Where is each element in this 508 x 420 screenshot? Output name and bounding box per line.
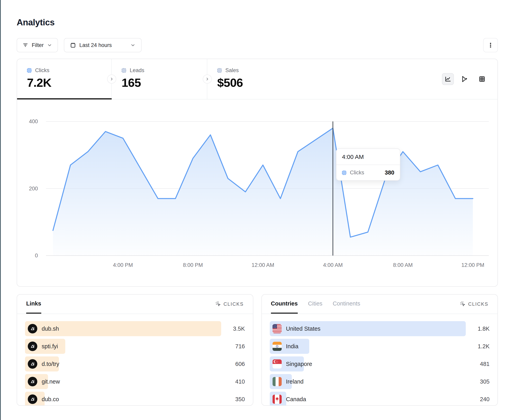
clicks-area-fill	[53, 128, 473, 256]
clicks-series-swatch-icon	[342, 171, 346, 175]
link-row[interactable]: dub.co 350	[25, 392, 245, 406]
cursor-click-icon	[215, 301, 221, 307]
sales-tab-label: Sales	[225, 67, 239, 73]
clicks-tab-value: 7.2K	[27, 76, 111, 90]
link-clicks-value: 410	[221, 378, 245, 385]
countries-panel: Countries Cities Continents CLICKS	[261, 294, 498, 406]
chart-view-switcher	[442, 73, 498, 85]
ireland-flag-icon	[273, 377, 282, 386]
chart-tooltip: 4:00 AM Clicks 380	[336, 148, 400, 181]
country-row[interactable]: United States 1.8K	[270, 321, 490, 336]
clicks-time-series-chart[interactable]: 02004004:00 PM8:00 PM12:00 AM4:00 AM8:00…	[17, 100, 498, 286]
country-row[interactable]: Ireland 305	[270, 374, 490, 389]
filter-button[interactable]: Filter	[17, 38, 58, 52]
filter-lines-icon	[22, 42, 29, 48]
x-axis-label: 12:00 PM	[461, 262, 484, 268]
country-row[interactable]: India 1.2K	[270, 339, 490, 354]
chevron-down-icon	[130, 42, 136, 48]
canada-flag-icon	[273, 395, 282, 404]
toolbar: Filter Last 24 hours	[17, 38, 498, 52]
cursor-click-icon	[460, 301, 466, 307]
tab-sales[interactable]: Sales $506	[207, 59, 303, 99]
links-panel: Links CLICKS	[17, 294, 253, 406]
clicks-tab-label: Clicks	[35, 67, 49, 73]
dub-logo-icon	[28, 359, 37, 369]
dub-logo-icon	[28, 377, 37, 386]
date-range-label: Last 24 hours	[79, 42, 112, 48]
country-clicks-value: 240	[466, 396, 490, 403]
leads-tab-label: Leads	[130, 67, 144, 73]
link-label: dub.co	[42, 396, 59, 403]
country-label: Ireland	[286, 378, 304, 385]
expand-clicks-chevron-button[interactable]	[107, 74, 116, 84]
active-tab-underline	[17, 98, 112, 100]
tab-continents[interactable]: Continents	[333, 295, 360, 314]
y-axis-label: 400	[29, 118, 38, 124]
link-clicks-value: 606	[221, 361, 245, 367]
links-metric-header[interactable]: CLICKS	[215, 301, 244, 307]
filter-button-label: Filter	[32, 42, 44, 48]
tab-leads[interactable]: Leads 165	[112, 59, 207, 99]
leads-tab-value: 165	[122, 76, 207, 90]
y-axis-label: 0	[35, 253, 38, 259]
link-clicks-value: 350	[221, 396, 245, 403]
link-clicks-value: 716	[221, 343, 245, 350]
funnel-chart-icon	[461, 75, 469, 83]
sales-series-swatch-icon	[217, 68, 222, 73]
dub-logo-icon	[28, 341, 37, 351]
analytics-card: Clicks 7.2K Leads 165 Sales $506	[17, 59, 498, 287]
x-axis-label: 8:00 AM	[393, 262, 413, 268]
chevron-right-icon	[109, 77, 114, 81]
chevron-down-icon	[47, 42, 52, 48]
line-chart-view-button[interactable]	[442, 73, 454, 85]
us-flag-icon	[273, 324, 282, 333]
link-label: dub.sh	[42, 326, 59, 332]
link-label: d.to/try	[42, 361, 59, 367]
singapore-flag-icon	[273, 359, 282, 369]
x-axis-label: 12:00 AM	[252, 262, 274, 268]
tab-countries[interactable]: Countries	[271, 295, 298, 314]
country-row[interactable]: Canada 240	[270, 392, 490, 406]
india-flag-icon	[273, 342, 282, 351]
line-chart-icon	[444, 75, 451, 83]
x-axis-label: 4:00 AM	[323, 262, 343, 268]
link-label: git.new	[42, 378, 60, 385]
table-grid-icon	[478, 75, 486, 83]
countries-metric-header[interactable]: CLICKS	[460, 301, 488, 307]
leads-series-swatch-icon	[122, 68, 126, 73]
page-title: Analytics	[17, 17, 498, 27]
analytics-page: Analytics Filter Last 24 hours	[0, 0, 508, 406]
y-axis-label: 200	[29, 186, 38, 192]
links-metric-header-label: CLICKS	[224, 301, 244, 307]
country-clicks-value: 1.8K	[466, 326, 490, 332]
chevron-right-icon	[205, 77, 210, 81]
date-range-button[interactable]: Last 24 hours	[64, 38, 142, 52]
tab-links[interactable]: Links	[26, 295, 41, 314]
country-label: United States	[286, 326, 321, 332]
tooltip-series-label: Clicks	[350, 170, 364, 176]
funnel-view-button[interactable]	[459, 73, 471, 85]
metric-tabs-row: Clicks 7.2K Leads 165 Sales $506	[17, 59, 498, 100]
countries-list: United States 1.8K India	[262, 314, 498, 406]
tab-cities[interactable]: Cities	[308, 295, 322, 314]
link-row[interactable]: dub.sh 3.5K	[25, 321, 245, 336]
dub-logo-icon	[28, 324, 37, 333]
expand-leads-chevron-button[interactable]	[203, 74, 212, 84]
clicks-series-swatch-icon	[27, 68, 31, 73]
x-axis-label: 8:00 PM	[183, 262, 203, 268]
link-row[interactable]: d.to/try 606	[25, 356, 245, 371]
country-row[interactable]: Singapore 481	[270, 356, 490, 371]
country-clicks-value: 1.2K	[466, 343, 490, 350]
links-list: dub.sh 3.5K spti.fyi	[17, 314, 253, 406]
link-row[interactable]: spti.fyi 716	[25, 339, 245, 354]
area-chart-canvas[interactable]: 02004004:00 PM8:00 PM12:00 AM4:00 AM8:00…	[17, 100, 498, 286]
table-view-button[interactable]	[476, 73, 488, 85]
tab-clicks[interactable]: Clicks 7.2K	[17, 59, 112, 99]
country-clicks-value: 481	[466, 361, 490, 367]
calendar-icon	[70, 42, 76, 48]
link-label: spti.fyi	[42, 343, 58, 350]
sales-tab-value: $506	[217, 76, 303, 90]
three-dots-vertical-icon	[487, 42, 494, 49]
link-row[interactable]: git.new 410	[25, 374, 245, 389]
more-options-button[interactable]	[483, 38, 498, 52]
